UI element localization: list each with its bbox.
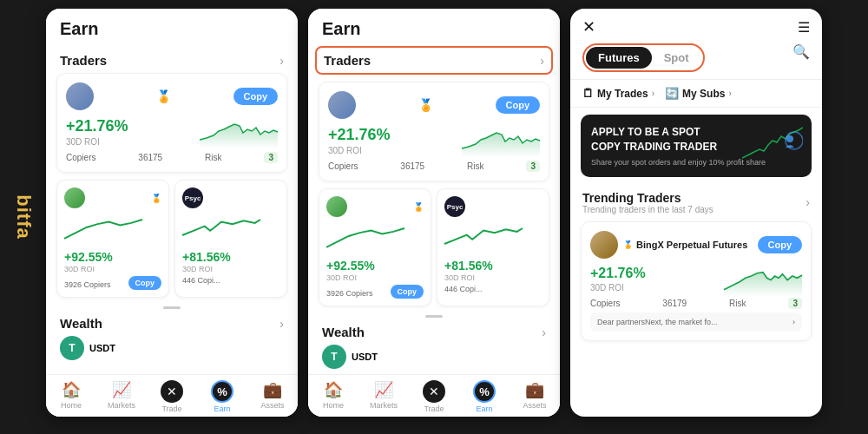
roi-label-sm-2: 30D ROI	[182, 265, 279, 273]
apply-banner[interactable]: APPLY TO BE A SPOT COPY TRADING TRADER S…	[581, 115, 812, 177]
chart-sm-s2	[444, 219, 523, 253]
copy-btn-sm-1[interactable]: Copy	[128, 276, 162, 290]
nav-markets-2[interactable]: 📈 Markets	[358, 380, 409, 413]
nav-earn-1[interactable]: % Earn	[197, 380, 247, 413]
traders-arrow-2[interactable]: ›	[540, 54, 544, 68]
trending-copiers-label: Copiers	[590, 299, 620, 308]
nav-home-2[interactable]: 🏠 Home	[308, 380, 358, 413]
traders-section-header: Traders ›	[46, 46, 298, 73]
banner-title: APPLY TO BE A SPOT COPY TRADING TRADER	[591, 125, 730, 155]
wealth-section-2: Wealth › T USDT	[308, 321, 560, 374]
roi-sm-2: +81.56%	[182, 250, 279, 264]
copy-button-1[interactable]: Copy	[233, 88, 279, 105]
trending-risk-label: Risk	[729, 299, 746, 308]
avatar-sm-s2: Psyc	[444, 196, 465, 217]
trader-chart-2	[462, 122, 540, 157]
separator-1	[163, 306, 181, 309]
copiers-sm-1: 3926 Copiers	[64, 280, 111, 289]
risk-label-2: Risk	[467, 161, 483, 171]
trending-message: Dear partnersNext, the market fo...	[597, 318, 718, 326]
wealth-label-2: Wealth	[322, 325, 365, 339]
usdt-label-2: USDT	[352, 352, 378, 362]
copy-btn-sm-s1[interactable]: Copy	[391, 285, 424, 299]
screen-2: Earn Traders › 🏅 Copy	[308, 9, 560, 417]
trade-cancel-icon-1: ✕	[161, 380, 183, 403]
screen2-title: Earn	[322, 19, 360, 38]
trending-message-box[interactable]: Dear partnersNext, the market fo... ›	[590, 312, 802, 332]
roi-sm-1: +92.55%	[64, 250, 161, 264]
screen3-header: ✕ ☰	[570, 9, 822, 43]
earn-icon-2: %	[473, 380, 496, 403]
traders-arrow[interactable]: ›	[279, 54, 284, 68]
banner-chart-icon	[742, 123, 803, 170]
chart-sm-2	[182, 210, 260, 245]
nav-assets-1[interactable]: 💼 Assets	[247, 380, 298, 413]
top-trader-card-2: 🏅 Copy +21.76% 30D ROI	[319, 82, 549, 181]
tab-spot[interactable]: Spot	[652, 47, 701, 69]
nav-assets-2[interactable]: 💼 Assets	[510, 380, 560, 413]
trending-title: Trending Traders	[582, 191, 713, 205]
copy-btn-trending[interactable]: Copy	[758, 236, 803, 253]
trending-risk-badge: 3	[788, 298, 802, 309]
roi-label-2: 30D ROI	[328, 146, 391, 155]
copiers-value-2: 36175	[400, 161, 424, 171]
bottom-traders-row-2: 🏅 +92.55% 30D ROI 3926 Copiers Copy Psyc	[319, 188, 549, 306]
roi-sm-s1: +92.55%	[326, 259, 424, 273]
tab-futures[interactable]: Futures	[586, 47, 652, 69]
traders-section-header-2: Traders ›	[324, 49, 544, 71]
trending-roi: +21.76%	[590, 266, 646, 281]
hamburger-icon[interactable]: ☰	[798, 19, 810, 36]
trade-label-2: Trade	[424, 404, 444, 413]
my-trades-item[interactable]: 🗒 My Trades ›	[582, 87, 654, 100]
assets-label-1: Assets	[260, 401, 284, 410]
badge-icon: 🏅	[156, 89, 171, 103]
badge-sm-1: 🏅	[151, 194, 161, 203]
my-trades-icon: 🗒	[582, 87, 594, 100]
roi-sm-s2: +81.56%	[444, 259, 542, 273]
wealth-arrow-1[interactable]: ›	[279, 317, 284, 331]
close-icon[interactable]: ✕	[582, 17, 595, 36]
screen-3: ✕ ☰ Futures Spot 🔍 🗒 My Trades ›	[570, 9, 822, 417]
bingx-avatar	[590, 231, 618, 259]
my-subs-item[interactable]: 🔄 My Subs ›	[665, 87, 732, 100]
usdt-icon-2: T	[322, 345, 346, 369]
nav-home-1[interactable]: 🏠 Home	[46, 380, 96, 413]
wealth-arrow-2[interactable]: ›	[542, 326, 546, 339]
trending-sub: Trending traders in the last 7 days	[582, 205, 713, 214]
nav-markets-1[interactable]: 📈 Markets	[96, 380, 147, 413]
bottom-trader-1: 🏅 +92.55% 30D ROI 3926 Copiers Copy	[56, 180, 169, 298]
traders-label-2: Traders	[324, 53, 371, 68]
my-trades-chevron: ›	[652, 89, 654, 98]
assets-icon-1: 💼	[263, 380, 282, 399]
badge-sm-s1: 🏅	[413, 202, 424, 212]
trader-avatar-2	[328, 91, 356, 119]
trending-header: Trending Traders Trending traders in the…	[570, 184, 822, 216]
usdt-item-2: T USDT	[322, 345, 546, 369]
nav-earn-2[interactable]: % Earn	[459, 380, 510, 413]
trader-chart-1	[200, 114, 278, 148]
markets-icon-2: 📈	[374, 380, 393, 399]
separator-2	[425, 315, 443, 318]
earn-label-2: Earn	[476, 404, 492, 413]
nav-trade-1[interactable]: ✕ Trade	[147, 380, 197, 413]
earn-icon-1: %	[211, 380, 233, 403]
markets-label-1: Markets	[108, 401, 135, 410]
nav-trade-2[interactable]: ✕ Trade	[409, 380, 459, 413]
my-trades-label: My Trades	[597, 88, 648, 100]
risk-badge-1: 3	[264, 152, 278, 163]
traders-label: Traders	[60, 53, 107, 68]
bingx-badge: 🏅	[623, 240, 633, 249]
bottom-trader-s2: Psyc +81.56% 30D ROI 446 Copi...	[437, 188, 549, 306]
search-icon[interactable]: 🔍	[792, 44, 810, 59]
trending-arrow[interactable]: ›	[806, 195, 810, 209]
tab-highlight-border: Futures Spot	[582, 43, 705, 72]
copy-button-2[interactable]: Copy	[496, 96, 541, 114]
copiers-sm-s2: 446 Copi...	[444, 285, 542, 293]
message-chevron: ›	[792, 318, 795, 326]
screen1-title: Earn	[60, 19, 98, 38]
my-subs-chevron: ›	[728, 89, 731, 98]
wealth-label-1: Wealth	[60, 316, 102, 331]
home-icon-1: 🏠	[62, 380, 81, 399]
trending-roi-label: 30D ROI	[590, 283, 646, 293]
trending-trader-card: 🏅 BingX Perpetual Futures Copy +21.76% 3…	[581, 221, 812, 341]
